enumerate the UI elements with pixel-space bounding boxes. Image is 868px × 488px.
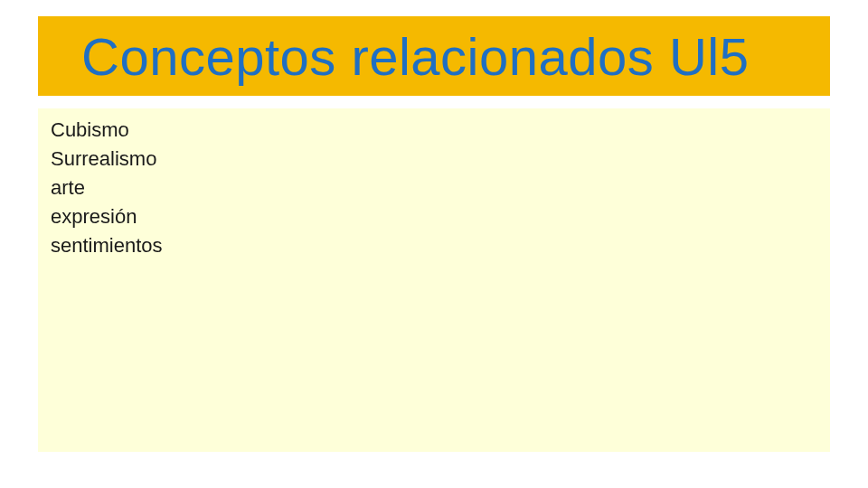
slide: Conceptos relacionados Ul5 Cubismo Surre… (0, 0, 868, 488)
list-item: Surrealismo (51, 145, 817, 174)
concept-list: Cubismo Surrealismo arte expresión senti… (51, 116, 817, 260)
list-item: Cubismo (51, 116, 817, 145)
content-box: Cubismo Surrealismo arte expresión senti… (38, 108, 830, 452)
list-item: arte (51, 174, 817, 202)
slide-title: Conceptos relacionados Ul5 (81, 26, 749, 87)
list-item: sentimientos (51, 231, 817, 260)
title-bar: Conceptos relacionados Ul5 (38, 16, 830, 96)
list-item: expresión (51, 202, 817, 231)
